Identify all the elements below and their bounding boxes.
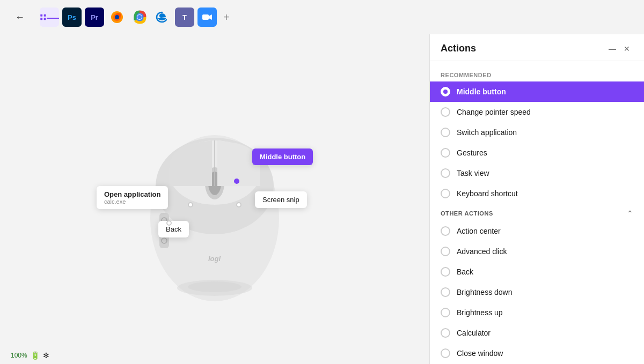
recommended-label: RECOMMENDED [430,68,644,81]
action-item-advanced-click[interactable]: Advanced click [430,241,644,262]
action-item-keyboard-shortcut[interactable]: Keyboard shortcut [430,183,644,204]
radio-brightness-up [441,308,450,317]
app-icon-edge[interactable] [152,8,172,27]
app-icon-grid-wrapper [40,8,59,27]
action-item-gestures[interactable]: Gestures [430,143,644,163]
action-item-back[interactable]: Back [430,262,644,282]
app-icon-chrome[interactable] [130,8,149,27]
radio-gestures [441,148,450,158]
action-label-change-pointer: Change pointer speed [457,108,531,116]
dot-back [166,220,172,226]
app-icon-grid[interactable] [40,8,59,27]
radio-change-pointer [441,107,450,117]
radio-calculator [441,328,450,338]
status-bar: 100% 🔋 ✻ [11,351,49,360]
action-item-middle-button[interactable]: Middle button [430,81,644,102]
panel-title: Actions [441,43,476,54]
back-button[interactable]: ← [11,10,29,25]
radio-brightness-down [441,287,450,297]
other-actions-header: OTHER ACTIONS ⌃ [430,204,644,221]
other-actions-label: OTHER ACTIONS [441,210,493,217]
svg-rect-11 [202,14,209,20]
app-icon-firefox[interactable] [107,8,127,27]
action-label-advanced-click: Advanced click [457,247,507,256]
dot-screen-snip [236,202,241,207]
dot-open-application [188,202,193,207]
svg-rect-2 [40,18,42,20]
chevron-up-icon[interactable]: ⌃ [627,209,633,218]
minimize-button[interactable]: — [605,43,619,54]
toolbar: ← Ps Pr [0,0,644,34]
action-label-switch-application: Switch application [457,128,517,137]
main-layout: logi Middle button Screen snip Back [0,34,644,364]
action-item-switch-application[interactable]: Switch application [430,122,644,143]
action-item-task-view[interactable]: Task view [430,163,644,183]
action-label-calculator: Calculator [457,329,491,337]
svg-marker-12 [209,14,212,20]
bluetooth-icon: ✻ [43,351,49,360]
center-area: logi Middle button Screen snip Back [0,34,429,364]
action-label-brightness-up: Brightness up [457,308,503,317]
action-item-action-center[interactable]: Action center [430,221,644,241]
action-label-task-view: Task view [457,169,489,177]
svg-point-10 [137,15,142,19]
svg-point-25 [188,281,241,292]
action-label-keyboard-shortcut: Keyboard shortcut [457,189,518,198]
close-button[interactable]: ✕ [620,43,633,54]
dot-middle-button [234,179,239,184]
action-item-close-window[interactable]: Close window [430,343,644,363]
app-icon-premiere[interactable]: Pr [85,8,104,27]
svg-rect-1 [44,14,46,17]
panel-header: Actions — ✕ [430,34,644,61]
radio-middle-button [441,87,450,96]
action-item-brightness-down[interactable]: Brightness down [430,282,644,302]
callout-open-application: Open application calc.exe [97,186,168,209]
svg-point-7 [115,15,119,19]
action-item-change-pointer[interactable]: Change pointer speed [430,102,644,122]
panel-body: RECOMMENDED Middle button Change pointer… [430,61,644,364]
callout-middle-button: Middle button [252,148,313,165]
action-label-action-center: Action center [457,227,501,235]
radio-switch-application [441,128,450,137]
action-label-middle-button: Middle button [457,87,506,96]
mouse-visual: logi Middle button Screen snip Back [129,79,301,320]
action-label-brightness-down: Brightness down [457,288,513,296]
action-item-calculator[interactable]: Calculator [430,323,644,343]
radio-keyboard-shortcut [441,189,450,198]
battery-icon: 🔋 [31,351,40,360]
app-icons-bar: Ps Pr [40,8,233,27]
radio-back [441,267,450,277]
svg-text:logi: logi [208,255,221,263]
panel-controls: — ✕ [605,43,633,54]
add-app-button[interactable]: + [220,8,233,27]
app-icon-zoom[interactable] [197,8,217,27]
callout-screen-snip: Screen snip [255,191,307,208]
radio-advanced-click [441,247,450,256]
action-label-close-window: Close window [457,349,503,358]
app-icon-teams[interactable]: T [175,8,194,27]
app-icon-photoshop[interactable]: Ps [62,8,82,27]
radio-task-view [441,168,450,178]
radio-close-window [441,348,450,358]
action-label-gestures: Gestures [457,148,487,157]
svg-rect-0 [40,14,42,17]
action-label-back: Back [457,268,473,276]
action-item-brightness-up[interactable]: Brightness up [430,302,644,323]
actions-panel: Actions — ✕ RECOMMENDED Middle button Ch… [429,34,644,364]
callout-back: Back [158,221,189,237]
svg-rect-3 [44,18,46,20]
radio-action-center [441,226,450,236]
